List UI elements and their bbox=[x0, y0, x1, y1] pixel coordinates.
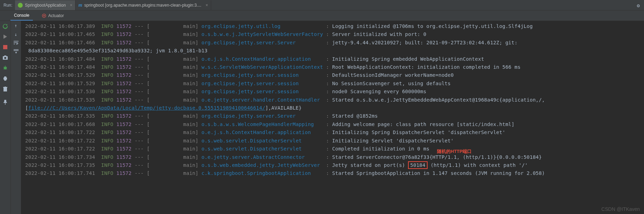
arrow-down-icon[interactable]: ↓ bbox=[15, 32, 17, 37]
svg-rect-14 bbox=[4, 76, 6, 78]
main-area: ↑ ↓ 2022-02-11 16:00:17.389 INFO 11572 -… bbox=[0, 21, 644, 214]
svg-point-6 bbox=[4, 57, 6, 59]
actuator-tab-label: Actuator bbox=[48, 13, 64, 18]
trash-icon[interactable] bbox=[2, 86, 8, 92]
left-toolbar-2: ↑ ↓ bbox=[10, 21, 21, 214]
sub-tab-bar: Console Actuator bbox=[0, 10, 644, 21]
svg-rect-5 bbox=[4, 56, 6, 57]
wrap-icon[interactable] bbox=[14, 40, 19, 46]
svg-rect-16 bbox=[3, 88, 7, 91]
camera-icon[interactable] bbox=[2, 54, 8, 61]
port-highlight: 50184 bbox=[408, 161, 427, 169]
svg-line-11 bbox=[3, 69, 4, 69]
scroll-to-end-icon[interactable] bbox=[14, 49, 19, 54]
tab-label: SpringbootApplication bbox=[25, 3, 66, 8]
close-icon[interactable]: × bbox=[206, 3, 208, 8]
spring-icon bbox=[18, 3, 23, 8]
stop-icon[interactable] bbox=[2, 44, 8, 50]
svg-rect-18 bbox=[5, 87, 6, 87]
svg-point-7 bbox=[4, 67, 7, 69]
tab-label: springboot [org.apache.maven.plugins:mav… bbox=[84, 3, 201, 8]
console-tab[interactable]: Console bbox=[10, 11, 33, 21]
svg-line-12 bbox=[6, 69, 7, 69]
svg-rect-3 bbox=[3, 45, 7, 49]
actuator-tab[interactable]: Actuator bbox=[38, 11, 67, 20]
console-tab-label: Console bbox=[14, 13, 29, 18]
debug-icon[interactable] bbox=[2, 65, 8, 71]
svg-line-10 bbox=[6, 67, 7, 67]
left-toolbar-1 bbox=[0, 21, 10, 214]
svg-marker-2 bbox=[3, 35, 7, 39]
port-annotation: 随机的HTTP端口 bbox=[437, 148, 472, 155]
watermark: CSDN @ITKaven bbox=[601, 206, 640, 212]
run-label: Run: bbox=[2, 3, 15, 8]
run-tab-maven[interactable]: m springboot [org.apache.maven.plugins:m… bbox=[76, 0, 211, 10]
rerun-icon[interactable] bbox=[2, 23, 8, 29]
run-tool-header: Run: SpringbootApplication × m springboo… bbox=[0, 0, 644, 10]
file-link[interactable]: file:///C:/Users/Kaven/AppData/Local/Tem… bbox=[28, 105, 265, 111]
print-icon[interactable] bbox=[2, 75, 8, 82]
close-icon[interactable]: × bbox=[70, 3, 72, 8]
console-output[interactable]: 2022-02-11 16:00:17.389 INFO 11572 --- [… bbox=[21, 21, 644, 214]
svg-line-9 bbox=[3, 67, 4, 67]
svg-point-1 bbox=[43, 15, 45, 16]
svg-rect-15 bbox=[4, 79, 6, 81]
run-tab-springboot-app[interactable]: SpringbootApplication × bbox=[15, 0, 76, 10]
actuator-icon bbox=[42, 14, 46, 18]
gear-icon[interactable]: ⚙ bbox=[637, 3, 640, 8]
run-icon[interactable] bbox=[2, 34, 8, 40]
pin-icon[interactable] bbox=[2, 99, 8, 105]
maven-icon: m bbox=[78, 2, 82, 8]
arrow-up-icon[interactable]: ↑ bbox=[15, 23, 17, 28]
